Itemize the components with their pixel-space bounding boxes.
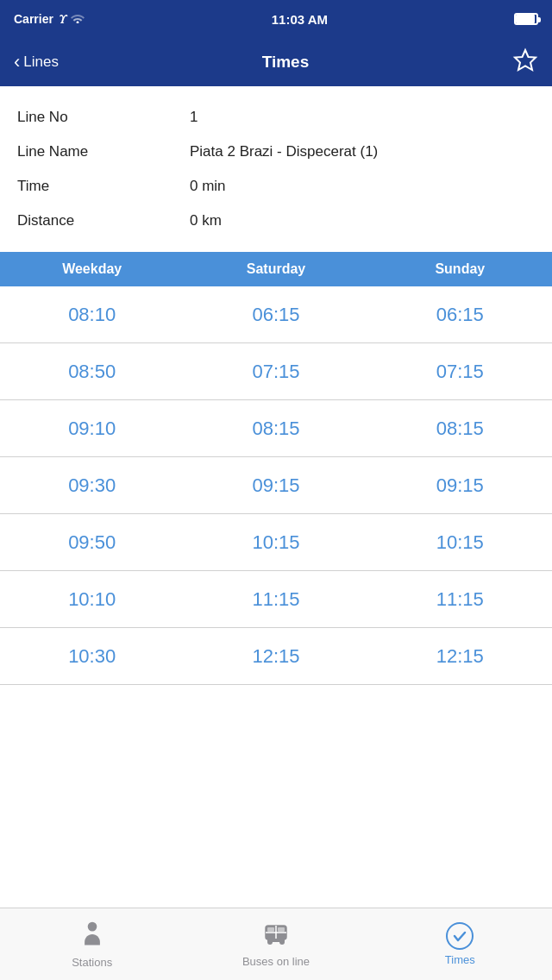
distance-label: Distance [17,212,190,229]
line-no-label: Line No [17,109,190,126]
status-bar-left: Carrier 𝛶 [14,11,85,27]
line-no-row: Line No 1 [17,100,535,135]
table-row: 08:10 06:15 06:15 [0,286,552,343]
cell-weekday: 08:10 [0,304,184,326]
back-button[interactable]: ‹ Lines [14,53,59,72]
table-row: 10:10 11:15 11:15 [0,571,552,628]
svg-rect-10 [267,939,285,942]
tab-stations-label: Stations [72,956,112,969]
favorite-button[interactable] [512,47,538,77]
cell-sunday: 11:15 [368,588,552,611]
table-row: 09:30 09:15 09:15 [0,457,552,514]
times-icon [446,922,474,950]
cell-saturday: 10:15 [184,531,367,554]
status-bar: Carrier 𝛶 11:03 AM [0,0,552,38]
tab-buses-label: Buses on line [242,955,310,968]
cell-sunday: 09:15 [368,474,552,497]
line-name-value: Piata 2 Brazi - Dispecerat (1) [190,143,378,160]
table-row: 10:30 12:15 12:15 [0,628,552,685]
nav-bar: ‹ Lines Times [0,38,552,86]
cell-saturday: 09:15 [184,474,367,497]
header-sunday: Sunday [368,261,552,277]
cell-weekday: 10:30 [0,645,184,668]
cell-sunday: 06:15 [368,304,552,326]
person-icon [80,920,104,952]
table-row: 08:50 07:15 07:15 [0,343,552,400]
cell-saturday: 06:15 [184,304,367,326]
back-label: Lines [23,53,59,71]
tab-buses-on-line[interactable]: Buses on line [184,921,367,968]
time-row: Time 0 min [17,169,535,204]
cell-saturday: 08:15 [184,418,367,440]
tab-times[interactable]: Times [368,922,552,966]
cell-saturday: 12:15 [184,645,367,668]
cell-saturday: 07:15 [184,361,367,383]
line-no-value: 1 [190,109,198,126]
cell-weekday: 10:10 [0,588,184,611]
cell-sunday: 07:15 [368,361,552,383]
svg-rect-7 [278,927,285,932]
svg-marker-0 [515,50,536,70]
cell-weekday: 09:50 [0,531,184,554]
time-value: 0 min [190,178,226,195]
carrier-label: Carrier [14,12,53,26]
distance-value: 0 km [190,212,222,229]
svg-rect-6 [267,927,274,932]
nav-title: Times [262,53,310,72]
line-name-row: Line Name Piata 2 Brazi - Dispecerat (1) [17,135,535,169]
distance-row: Distance 0 km [17,204,535,238]
bus-icon [263,921,289,952]
line-name-label: Line Name [17,143,190,160]
header-weekday: Weekday [0,261,184,277]
tab-bar: Stations Buses on line Times [0,908,552,980]
cell-weekday: 09:10 [0,418,184,440]
table-row: 09:10 08:15 08:15 [0,400,552,457]
cell-weekday: 08:50 [0,361,184,383]
status-bar-right [514,13,538,25]
info-section: Line No 1 Line Name Piata 2 Brazi - Disp… [0,86,552,252]
cell-sunday: 10:15 [368,531,552,554]
back-chevron-icon: ‹ [14,53,20,72]
status-bar-time: 11:03 AM [272,12,328,27]
tab-times-label: Times [445,953,475,966]
time-label: Time [17,178,190,195]
times-table: 08:10 06:15 06:15 08:50 07:15 07:15 09:1… [0,286,552,685]
battery-icon [514,13,538,25]
tab-stations[interactable]: Stations [0,920,184,969]
table-header: Weekday Saturday Sunday [0,252,552,286]
cell-sunday: 08:15 [368,418,552,440]
cell-saturday: 11:15 [184,588,367,611]
svg-point-1 [87,921,97,931]
cell-sunday: 12:15 [368,645,552,668]
table-row: 09:50 10:15 10:15 [0,514,552,571]
header-saturday: Saturday [184,261,367,277]
wifi-icon: 𝛶 [59,11,85,27]
cell-weekday: 09:30 [0,474,184,497]
